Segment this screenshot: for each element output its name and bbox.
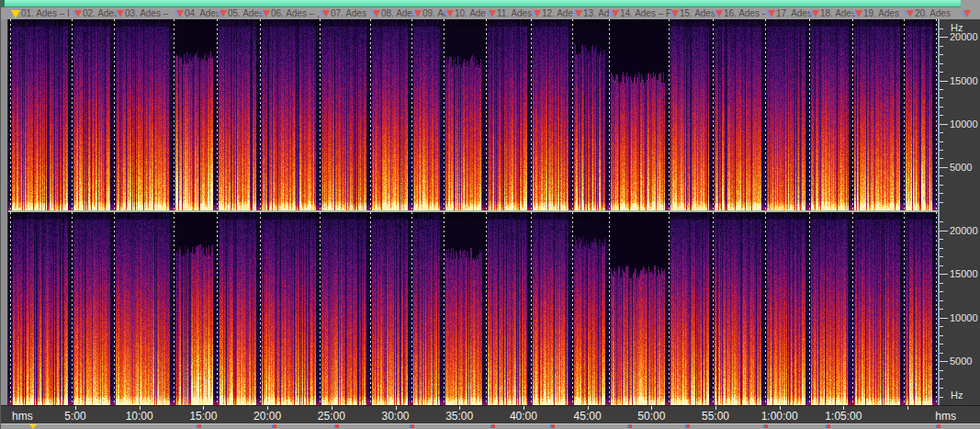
- freq-minor-tick: [940, 353, 943, 354]
- time-ruler[interactable]: hms hms 5:0010:0015:0020:0025:0030:0035:…: [1, 405, 980, 423]
- freq-minor-tick: [940, 370, 943, 371]
- scrollbar-right-cap: [961, 0, 980, 7]
- spectrogram-channel-right[interactable]: [8, 212, 938, 405]
- cue-marker-label: 05. Ades: [228, 8, 264, 18]
- cue-marker[interactable]: 07. Ades: [320, 7, 366, 19]
- cue-marker[interactable]: 11. Ades -: [486, 7, 537, 19]
- freq-major-tick: [940, 361, 948, 362]
- cue-flag-icon[interactable]: [961, 9, 971, 18]
- cue-marker-label: 03. Ades –: [125, 8, 168, 18]
- freq-minor-tick: [940, 248, 943, 249]
- freq-major-tick: [940, 274, 948, 275]
- cue-flag-icon[interactable]: [713, 9, 723, 18]
- cue-marker[interactable]: 08. Ades: [370, 7, 417, 19]
- freq-minor-tick: [940, 265, 943, 266]
- time-tick-label: 5:00: [64, 410, 85, 423]
- freq-minor-tick: [940, 291, 943, 292]
- freq-tick-label: 15000: [950, 75, 978, 86]
- cue-flag-icon[interactable]: [669, 9, 679, 18]
- freq-minor-tick: [940, 141, 943, 142]
- cue-flag-icon[interactable]: [320, 9, 330, 18]
- freq-tick-label: 10000: [950, 119, 978, 130]
- time-tick-label: 55:00: [702, 410, 729, 423]
- cue-marker[interactable]: 12. Ade: [531, 7, 573, 19]
- freq-minor-tick: [940, 309, 943, 310]
- freq-minor-tick: [940, 326, 943, 327]
- cue-marker[interactable]: 10. Ade: [444, 7, 486, 19]
- cue-flag-icon[interactable]: [765, 9, 775, 18]
- freq-minor-tick: [940, 185, 943, 186]
- freq-minor-tick: [940, 300, 943, 301]
- time-tick-label: 25:00: [318, 410, 345, 423]
- cue-flag-icon[interactable]: [486, 9, 496, 18]
- freq-minor-tick: [940, 89, 943, 90]
- cue-marker-label: 01. Ades – I: [21, 8, 70, 18]
- bottom-scrollbar-strip[interactable]: [1, 423, 980, 429]
- cue-flag-icon[interactable]: [217, 9, 227, 18]
- scrollbar-left-notch: [1, 0, 5, 7]
- freq-minor-tick: [940, 132, 943, 133]
- cue-marker[interactable]: 13. Ad: [572, 7, 609, 19]
- cue-marker[interactable]: [961, 7, 971, 19]
- freq-tick-label: 20000: [950, 31, 978, 42]
- cue-marker[interactable]: 14. Ades – F: [609, 7, 671, 19]
- freq-major-tick: [940, 167, 948, 168]
- cue-marker[interactable]: 04. Ades: [174, 7, 220, 19]
- cue-flag-icon[interactable]: [444, 9, 454, 18]
- cue-marker-label: 07. Ades: [331, 8, 366, 18]
- freq-minor-tick: [940, 107, 943, 107]
- cue-flag-icon[interactable]: [531, 9, 541, 18]
- spectrogram-channel-left[interactable]: [8, 19, 938, 210]
- cue-marker[interactable]: 05. Ades: [217, 7, 264, 19]
- cue-flag-icon[interactable]: [370, 9, 380, 18]
- cue-marker-bar[interactable]: 01. Ades – I02. Ades03. Ades –04. Ades05…: [1, 7, 980, 19]
- cue-marker[interactable]: 02. Ades: [72, 7, 118, 19]
- horizontal-zoom-scrollbar[interactable]: [1, 0, 961, 7]
- freq-minor-tick: [940, 150, 943, 151]
- cue-marker-label: 12. Ade: [542, 8, 573, 18]
- freq-minor-tick: [940, 175, 943, 176]
- cue-marker[interactable]: 09. Ac: [411, 7, 448, 19]
- cue-flag-icon[interactable]: [260, 9, 270, 18]
- freq-minor-tick: [940, 72, 943, 73]
- cue-marker[interactable]: 16. Ades -: [713, 7, 765, 19]
- cue-flag-icon[interactable]: [609, 9, 619, 18]
- cue-marker-label: 15. Ades: [680, 8, 715, 18]
- frequency-axis[interactable]: Hz Hz 5000100001500020000500010000150002…: [938, 19, 980, 405]
- cue-flag-icon[interactable]: [809, 9, 819, 18]
- cue-marker-label: 13. Ad: [583, 8, 609, 18]
- cue-marker[interactable]: 19. Ades: [852, 7, 899, 19]
- cue-marker-label: 17. Ades: [776, 8, 812, 18]
- cue-flag-icon[interactable]: [852, 9, 862, 18]
- cue-flag-icon[interactable]: [10, 9, 20, 18]
- cue-marker-label: 16. Ades -: [724, 8, 765, 18]
- time-unit-label-left: hms: [12, 410, 33, 423]
- cue-marker[interactable]: 03. Ades –: [114, 7, 168, 19]
- time-tick-label: 35:00: [445, 410, 473, 423]
- cue-marker[interactable]: 06. Ades – ,: [260, 7, 320, 19]
- freq-minor-tick: [940, 97, 943, 98]
- cue-marker[interactable]: 17. Ades: [765, 7, 812, 19]
- cue-flag-icon[interactable]: [904, 9, 914, 18]
- cue-flag-icon[interactable]: [72, 9, 82, 18]
- freq-tick-label: 15000: [950, 268, 978, 279]
- freq-minor-tick: [940, 115, 943, 116]
- freq-tick-label: 5000: [950, 162, 972, 173]
- cue-flag-icon[interactable]: [114, 9, 124, 18]
- freq-minor-tick: [940, 54, 943, 55]
- freq-tick-label: 5000: [950, 356, 972, 367]
- freq-minor-tick: [940, 256, 943, 257]
- cue-marker[interactable]: 15. Ades: [669, 7, 715, 19]
- time-tick-label: 10:00: [126, 410, 153, 423]
- cue-marker[interactable]: 20. Ades: [904, 7, 951, 19]
- cue-flag-icon[interactable]: [572, 9, 582, 18]
- time-tick-label: 20:00: [253, 410, 281, 423]
- cue-flag-icon[interactable]: [174, 9, 184, 18]
- cue-marker[interactable]: 01. Ades – I: [10, 7, 70, 19]
- cue-flag-icon[interactable]: [411, 9, 422, 18]
- time-tick-label: 1:05:00: [825, 410, 862, 423]
- cue-marker-label: 14. Ades – F: [620, 8, 671, 18]
- freq-minor-tick: [940, 158, 943, 159]
- freq-minor-tick: [940, 283, 943, 284]
- cue-marker[interactable]: 18. Ades: [809, 7, 856, 19]
